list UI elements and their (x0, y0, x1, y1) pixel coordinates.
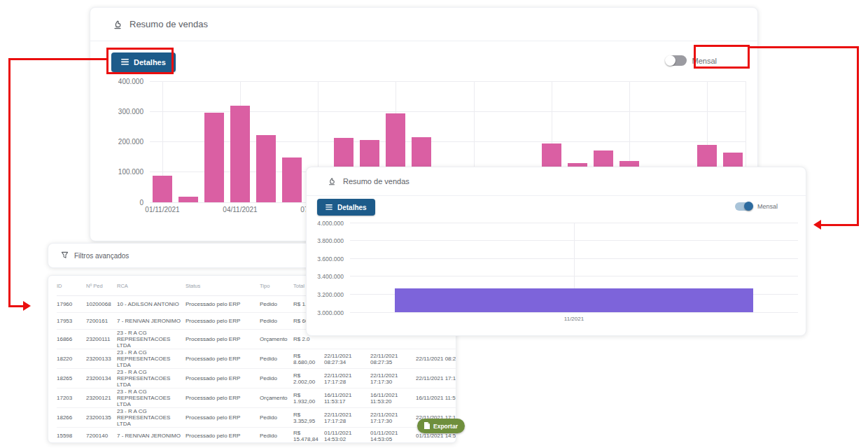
cell: 15598 (57, 433, 86, 439)
monthly-toggle[interactable] (667, 55, 687, 66)
filter-funnel-icon (61, 251, 69, 260)
cell: 7200161 (86, 318, 117, 324)
cell: 7200140 (86, 433, 117, 439)
panel-header: Resumo de vendas (307, 167, 806, 196)
y-axis-tick: 200.000 (94, 138, 144, 146)
cell: Processado pelo ERP (186, 301, 260, 307)
cell: 22/11/2021 08:27:35 (370, 353, 416, 365)
daily-bar (230, 106, 250, 202)
cell: Processado pelo ERP (186, 356, 260, 362)
export-file-icon (424, 422, 430, 430)
details-button-label: Detalhes (134, 58, 166, 66)
y-axis-tick: 400.000 (94, 78, 144, 85)
advanced-filters-label: Filtros avançados (74, 252, 129, 260)
annotation-arrowhead-left (23, 301, 31, 311)
monthly-toggle-wrap: Mensal (667, 55, 717, 66)
y-axis-tick: 0 (94, 199, 144, 206)
toggle-label: Mensal (757, 203, 778, 210)
annotation-arrow-right (857, 46, 859, 225)
y-axis-tick: 3.800.000 (295, 237, 344, 244)
cell: 23 - R A CG REPRESENTACOES LTDA (117, 408, 186, 427)
menu-icon (326, 204, 332, 211)
cell: 23200133 (86, 356, 117, 362)
cell: Orçamento (260, 395, 293, 401)
cell: Pedido (260, 318, 293, 324)
y-axis-tick: 4.000.000 (295, 220, 344, 227)
cell: Pedido (260, 356, 293, 362)
cell: Pedido (260, 375, 293, 382)
x-axis-tick: 11/2021 (564, 316, 584, 322)
cell: 10200068 (86, 301, 117, 307)
cell: Processado pelo ERP (186, 395, 260, 401)
sales-summary-icon (113, 20, 122, 29)
monthly-toggle[interactable] (735, 202, 752, 211)
cell: 18266 (57, 414, 86, 421)
details-button[interactable]: Detalhes (111, 52, 176, 72)
table-row[interactable]: 182662320013523 - R A CG REPRESENTACOES … (57, 408, 456, 428)
table-row[interactable]: 182202320013323 - R A CG REPRESENTACOES … (57, 349, 456, 369)
cell: 22/11/2021 08:27:45 (416, 356, 456, 362)
export-button-label: Exportar (433, 423, 458, 430)
monthly-sales-chart: 3.000.0003.200.0003.400.0003.600.0003.80… (350, 223, 798, 312)
cell: 23200134 (86, 375, 117, 382)
annotation-arrowhead-right (813, 220, 821, 230)
sales-summary-icon (328, 177, 336, 186)
annotation-arrow-left (8, 305, 24, 307)
table-row[interactable]: 172032320012123 - R A CG REPRESENTACOES … (57, 388, 456, 408)
cell: R$ 2.002,00 (293, 372, 324, 385)
cell: Processado pelo ERP (186, 433, 260, 439)
toggle-thumb (665, 55, 676, 66)
cell: 23 - R A CG REPRESENTACOES LTDA (117, 388, 186, 407)
cell: Processado pelo ERP (186, 375, 260, 382)
cell: 22/11/2021 17:17:30 (370, 372, 416, 385)
cell: 23200111 (86, 336, 117, 342)
cell: R$ 8.680,00 (293, 353, 324, 365)
cell: 18220 (57, 356, 86, 362)
cell: 18265 (57, 375, 86, 382)
column-header: ID (57, 283, 86, 289)
cell: 23200121 (86, 395, 117, 401)
y-axis-tick: 300.000 (94, 108, 144, 115)
table-row[interactable]: 1559872001407 - RENIVAN JERONIMOProcessa… (57, 428, 456, 443)
monthly-bar (395, 288, 753, 312)
table-row[interactable]: 182652320013423 - R A CG REPRESENTACOES … (57, 369, 456, 388)
cell: 23 - R A CG REPRESENTACOES LTDA (117, 330, 186, 349)
cell: Processado pelo ERP (186, 414, 260, 421)
cell: 16/11/2021 11:53:30 (416, 395, 456, 401)
cell: R$ 15.478,84 (293, 430, 324, 442)
y-axis-tick: 3.200.000 (295, 291, 344, 298)
cell: 23200135 (86, 414, 117, 421)
cell: 16866 (57, 336, 86, 342)
toggle-thumb (744, 202, 753, 211)
y-axis-tick: 3.000.000 (295, 309, 344, 316)
y-axis-tick: 3.600.000 (295, 255, 344, 262)
cell: 7 - RENIVAN JERONIMO (117, 318, 186, 324)
y-axis-tick: 100.000 (94, 168, 144, 176)
export-button[interactable]: Exportar (417, 419, 465, 433)
cell: 23 - R A CG REPRESENTACOES LTDA (117, 349, 186, 368)
x-axis-tick: 04/11/2021 (223, 206, 257, 214)
cell: 7 - RENIVAN JERONIMO (117, 433, 186, 439)
cell: Processado pelo ERP (186, 318, 260, 324)
panel-title: Resumo de vendas (130, 19, 208, 29)
cell: 22/11/2021 17:17:30 (370, 412, 416, 424)
gridline (350, 312, 798, 313)
column-header: Tipo (260, 283, 293, 289)
gridline (150, 81, 746, 82)
cell: R$ 2.0 (293, 336, 324, 342)
details-button[interactable]: Detalhes (317, 199, 375, 216)
cell: 16/11/2021 11:53:17 (324, 392, 370, 405)
cell: 23 - R A CG REPRESENTACOES LTDA (117, 369, 186, 388)
cell: 01/11/2021 14:53:02 (324, 430, 370, 442)
cell: 22/11/2021 08:27:34 (324, 353, 370, 365)
annotation-arrow-left (8, 58, 10, 307)
cell: Pedido (260, 301, 293, 307)
cell: 17960 (57, 301, 86, 307)
cell: Processado pelo ERP (186, 336, 260, 342)
cell: 10 - ADILSON ANTONIO (117, 301, 186, 307)
column-header: RCA (117, 283, 186, 289)
daily-bar (256, 135, 276, 202)
column-header: Status (186, 283, 260, 289)
cell: R$ 1.932,00 (293, 392, 324, 405)
daily-bar (204, 113, 224, 202)
